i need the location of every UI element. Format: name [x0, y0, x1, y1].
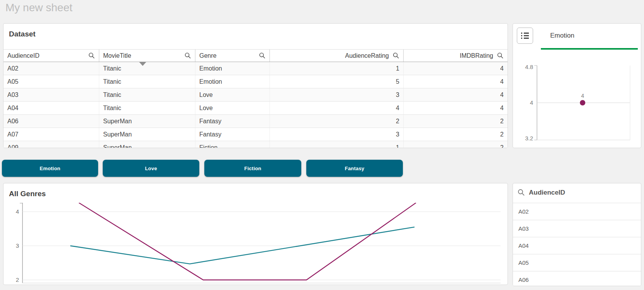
column-header-label: AudienceID [7, 52, 40, 59]
table-cell[interactable]: Fantasy [195, 115, 270, 128]
table-cell[interactable]: Fantasy [195, 128, 270, 141]
button-label: Fiction [244, 166, 261, 171]
search-icon[interactable] [185, 52, 191, 59]
table-cell[interactable]: Titanic [99, 62, 195, 75]
audienceid-filter-panel: AudienceID A02A03A04A05A06 [513, 183, 641, 286]
sort-indicator-icon [139, 62, 146, 66]
filter-list-item[interactable]: A03 [513, 220, 641, 237]
table-cell[interactable]: 2 [404, 115, 508, 128]
table-cell[interactable]: A05 [3, 75, 99, 88]
table-row[interactable]: A05TitanicEmotion54 [3, 75, 508, 88]
table-cell[interactable]: 4 [404, 62, 508, 75]
emotion-button[interactable]: Emotion [2, 160, 98, 177]
table-cell[interactable]: 2 [404, 128, 508, 141]
fantasy-button[interactable]: Fantasy [306, 160, 403, 177]
love-button[interactable]: Love [103, 160, 199, 177]
all-genres-chart-panel: All Genres 432 [3, 183, 508, 285]
all-genres-line-chart: 432 [3, 203, 508, 285]
column-header-label: AudienceRating [345, 52, 389, 59]
table-cell[interactable]: A06 [3, 115, 99, 128]
table-cell[interactable]: 4 [404, 88, 508, 101]
table-cell[interactable]: 2 [404, 141, 508, 148]
table-cell[interactable]: Fiction [195, 141, 270, 148]
table-cell[interactable]: 5 [270, 75, 404, 88]
table-cell[interactable]: 2 [270, 115, 404, 128]
filter-list-item[interactable]: A06 [513, 271, 641, 286]
table-cell[interactable]: Love [195, 88, 270, 101]
filter-title: AudienceID [529, 189, 565, 197]
filter-list-item[interactable]: A02 [513, 203, 641, 220]
table-cell[interactable]: A09 [3, 141, 99, 148]
filter-list-item[interactable]: A04 [513, 237, 641, 254]
table-row[interactable]: A06SuperManFantasy22 [3, 115, 508, 128]
table-cell[interactable]: Love [195, 102, 270, 114]
emotion-data-point[interactable] [580, 100, 585, 105]
search-icon[interactable] [88, 52, 95, 59]
table-cell[interactable]: 4 [404, 102, 508, 114]
table-body: A02TitanicEmotion14A05TitanicEmotion54A0… [3, 62, 508, 148]
column-header-audienceid[interactable]: AudienceID [3, 50, 99, 62]
table-cell[interactable]: 4 [404, 75, 508, 88]
alternatives-list-button[interactable] [517, 28, 533, 44]
list-icon [521, 31, 529, 40]
table-cell[interactable]: Titanic [99, 75, 195, 88]
column-header-audiencerating[interactable]: AudienceRating [270, 50, 404, 62]
table-cell[interactable]: Titanic [99, 102, 195, 114]
table-cell[interactable]: 4 [270, 102, 404, 114]
column-header-genre[interactable]: Genre [195, 50, 270, 62]
table-cell[interactable]: A07 [3, 128, 99, 141]
table-cell[interactable]: Emotion [195, 75, 270, 88]
y-axis-tick-label: 4 [530, 99, 533, 106]
y-axis-tick-label: 4 [16, 208, 19, 215]
table-header-row: AudienceIDMovieTitleGenreAudienceRatingI… [3, 49, 508, 62]
emotion-chart-panel: Emotion 4.843.24 [513, 23, 641, 148]
table-row[interactable]: A07SuperManFantasy32 [3, 128, 508, 141]
fiction-button[interactable]: Fiction [204, 160, 301, 177]
table-cell[interactable]: A04 [3, 102, 99, 114]
filter-header[interactable]: AudienceID [518, 189, 565, 197]
table-row[interactable]: A09SuperManFiction12 [3, 141, 508, 148]
table-cell[interactable]: Emotion [195, 62, 270, 75]
y-axis-tick-label: 4.8 [525, 64, 533, 70]
table-row[interactable]: A02TitanicEmotion14 [3, 62, 508, 75]
y-axis-tick-label: 3.2 [525, 135, 533, 142]
search-icon[interactable] [259, 52, 266, 59]
table-cell[interactable]: 1 [270, 141, 404, 148]
table-row[interactable]: A03TitanicLove34 [3, 88, 508, 102]
table-cell[interactable]: SuperMan [99, 128, 195, 141]
emotion-dot-chart: 4.843.24 [513, 63, 641, 145]
button-label: Emotion [40, 166, 60, 171]
column-header-label: Genre [199, 52, 216, 59]
table-cell[interactable]: SuperMan [99, 115, 195, 128]
all-genres-title: All Genres [9, 190, 46, 198]
button-label: Fantasy [345, 166, 364, 171]
table-cell[interactable]: SuperMan [99, 141, 195, 148]
table-cell[interactable]: A03 [3, 88, 99, 101]
imdb-rating-line[interactable] [79, 203, 416, 280]
column-header-label: IMDBRating [460, 52, 493, 59]
search-icon[interactable] [497, 52, 504, 59]
data-point-label: 4 [581, 93, 584, 99]
table-cell[interactable]: Titanic [99, 88, 195, 101]
table-cell[interactable]: 3 [270, 88, 404, 101]
y-axis-tick-label: 3 [16, 242, 19, 249]
tab-emotion[interactable]: Emotion [550, 32, 574, 40]
y-axis-tick-label: 2 [16, 276, 19, 283]
filter-list-item[interactable]: A05 [513, 254, 641, 271]
column-header-movietitle[interactable]: MovieTitle [99, 50, 195, 62]
search-icon[interactable] [393, 52, 399, 59]
button-label: Love [145, 166, 157, 171]
search-icon[interactable] [518, 189, 525, 197]
filter-list: A02A03A04A05A06 [513, 203, 641, 286]
column-header-label: MovieTitle [103, 52, 131, 59]
table-cell[interactable]: A02 [3, 62, 99, 75]
column-header-imdbrating[interactable]: IMDBRating [404, 50, 508, 62]
table-cell[interactable]: 1 [270, 62, 404, 75]
sheet-title: My new sheet [5, 2, 73, 14]
table-cell[interactable]: 3 [270, 128, 404, 141]
sheet: My new sheet Dataset AudienceIDMovieTitl… [0, 0, 644, 290]
table-row[interactable]: A04TitanicLove44 [3, 102, 508, 115]
dataset-table-panel: Dataset AudienceIDMovieTitleGenreAudienc… [3, 23, 508, 148]
audience-rating-line[interactable] [70, 227, 414, 264]
dataset-title: Dataset [9, 30, 36, 38]
